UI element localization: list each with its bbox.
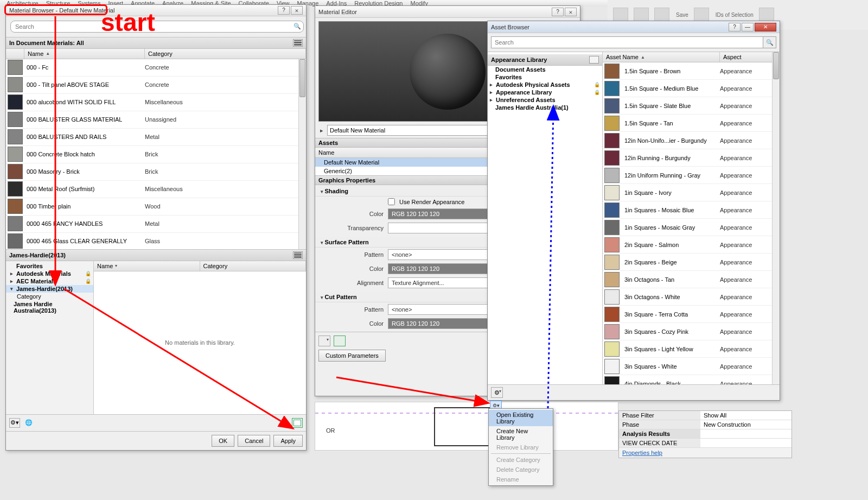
properties-help-link[interactable]: Properties help <box>619 448 792 458</box>
save-label[interactable]: Save <box>676 12 688 18</box>
help-button[interactable]: ? <box>729 23 741 31</box>
close-button[interactable]: ⨉ <box>565 8 577 16</box>
tree-favorites[interactable]: Favorites <box>6 262 93 270</box>
tree-james-hardie-australia[interactable]: James Hardie Australia(2013) <box>6 300 93 314</box>
asset-aspect: Appearance <box>720 328 780 335</box>
asset-row[interactable]: 3in Squares - Light YellowAppearance <box>603 340 780 358</box>
tree-favorites[interactable]: Favorites <box>488 73 602 81</box>
material-row[interactable]: 000 Metal Roof (Surfmist)Miscellaneous <box>6 181 306 198</box>
tree-james-hardie-australia[interactable]: James Hardie Australia(1) <box>488 104 602 111</box>
scrollbar[interactable] <box>772 52 780 384</box>
search-icon[interactable]: 🔍 <box>763 36 776 48</box>
apply-button[interactable]: Apply <box>273 435 303 447</box>
asset-row[interactable]: 1in Square - IvoryAppearance <box>603 184 780 201</box>
close-button[interactable]: ⨉ <box>291 6 303 15</box>
material-row[interactable]: 000 Timber plainWood <box>6 198 306 216</box>
scroll-thumb[interactable] <box>773 52 779 79</box>
asset-name: 1in Squares - Mosaic Gray <box>621 224 720 231</box>
material-browser-titlebar[interactable]: Material Browser - Default New Material … <box>6 5 306 16</box>
tree-appearance-library[interactable]: ▸Appearance Library🔒 <box>488 88 602 96</box>
asset-row[interactable]: 1.5in Square - BrownAppearance <box>603 62 780 80</box>
material-row[interactable]: 000 Concrete Block hatchBrick <box>6 146 306 163</box>
close-button[interactable]: ✕ <box>755 23 776 31</box>
menu-create-new-library[interactable]: Create New Library <box>489 426 553 442</box>
minimize-button[interactable]: — <box>742 23 754 31</box>
asset-swatch <box>604 376 620 385</box>
library-tree[interactable]: Favorites ▸Autodesk Materials🔒 ▸AEC Mate… <box>6 261 94 414</box>
aspect-column[interactable]: Aspect <box>720 52 780 62</box>
asset-row[interactable]: 3in Squares - WhiteAppearance <box>603 358 780 375</box>
material-row[interactable]: 000 alucobond WITH SOLID FILLMiscellaneo… <box>6 94 306 111</box>
name-column[interactable]: Name▲ <box>24 49 145 59</box>
material-name: 000 Metal Roof (Surfmist) <box>24 186 145 192</box>
asset-name-column[interactable]: Asset Name▲ <box>603 52 720 62</box>
material-editor-titlebar[interactable]: Material Editor ? ⨉ <box>315 6 580 18</box>
help-button[interactable]: ? <box>552 8 564 16</box>
scrollbar[interactable] <box>298 59 306 249</box>
material-row[interactable]: 000 - Tilt panel ABOVE STAGEConcrete <box>6 77 306 94</box>
asset-row[interactable]: 1.5in Square - Slate BlueAppearance <box>603 97 780 115</box>
asset-row[interactable]: 12in Running - BurgundyAppearance <box>603 149 780 167</box>
view-mode-button[interactable] <box>293 39 303 47</box>
asset-row[interactable]: 3in Square - Terra CottaAppearance <box>603 306 780 323</box>
asset-row[interactable]: 1.5in Square - Medium BlueAppearance <box>603 80 780 97</box>
material-row[interactable]: 000 - FcConcrete <box>6 59 306 77</box>
help-button[interactable]: ? <box>278 6 290 15</box>
asset-row[interactable]: 1in Squares - Mosaic GrayAppearance <box>603 219 780 236</box>
view-mode-button[interactable] <box>293 251 303 259</box>
asset-row[interactable]: 1.5in Square - TanAppearance <box>603 115 780 132</box>
tree-unreferenced[interactable]: ▸Unreferenced Assets <box>488 96 602 104</box>
gear-icon[interactable]: ⚙▾ <box>9 418 20 428</box>
material-swatch <box>8 216 23 231</box>
material-row[interactable]: 000 BALUSTER GLASS MATERIALUnassigned <box>6 111 306 129</box>
search-icon[interactable]: 🔍 <box>293 21 302 33</box>
category-column[interactable]: Category <box>145 49 306 59</box>
asset-row[interactable]: 12in Uniform Running - GrayAppearance <box>603 167 780 184</box>
scroll-thumb[interactable] <box>299 59 305 97</box>
asset-row[interactable]: 12in Non-Unifo...ier - BurgundyAppearanc… <box>603 132 780 149</box>
use-render-appearance-checkbox[interactable] <box>388 198 395 205</box>
asset-library-tree[interactable]: Appearance Library Document Assets Favor… <box>488 52 603 384</box>
ok-button[interactable]: OK <box>212 435 234 447</box>
asset-row[interactable]: 3in Octagons - WhiteAppearance <box>603 288 780 306</box>
tree-aec-materials[interactable]: ▸AEC Materials🔒 <box>6 277 93 285</box>
asset-name: 1.5in Square - Slate Blue <box>621 103 720 109</box>
ids-label[interactable]: IDs of Selection <box>716 12 754 18</box>
asset-row[interactable]: 4in Diamonds - BlackAppearance <box>603 375 780 384</box>
tree-category[interactable]: Category <box>6 293 93 300</box>
in-document-header: In Document Materials: All <box>6 37 306 49</box>
cancel-button[interactable]: Cancel <box>238 435 270 447</box>
asset-row[interactable]: 2in Square - SalmonAppearance <box>603 236 780 254</box>
tree-document-assets[interactable]: Document Assets <box>488 66 602 73</box>
menu-open-existing-library[interactable]: Open Existing Library <box>489 410 553 426</box>
lib-name-column[interactable]: Name▾ <box>94 261 200 271</box>
open-library-icon[interactable] <box>292 418 303 428</box>
open-asset-browser-icon[interactable] <box>334 336 346 346</box>
custom-parameters-button[interactable]: Custom Parameters <box>318 350 386 362</box>
tree-james-hardie[interactable]: ▾James-Hardie(2013) <box>6 285 93 293</box>
search-input[interactable] <box>10 21 304 33</box>
tree-autodesk-materials[interactable]: ▸Autodesk Materials🔒 <box>6 270 93 277</box>
search-input[interactable] <box>491 36 763 48</box>
view-mode-button[interactable] <box>589 56 599 64</box>
asset-row[interactable]: 3in Squares - Cozy PinkAppearance <box>603 323 780 340</box>
asset-row[interactable]: 2in Squares - BeigeAppearance <box>603 254 780 271</box>
material-row[interactable]: 0000 465 FANCY HANDLESMetal <box>6 216 306 233</box>
lib-category-column[interactable]: Category <box>200 261 307 271</box>
material-list[interactable]: 000 - FcConcrete000 - Tilt panel ABOVE S… <box>6 59 306 249</box>
expand-icon[interactable]: ▸ <box>318 127 325 134</box>
asset-browser-titlebar[interactable]: Asset Browser ? — ✕ <box>488 21 780 33</box>
material-row[interactable]: 000 Masonry - BrickBrick <box>6 163 306 181</box>
material-row[interactable]: 0000 465 Glass CLEAR GENERALLYGlass <box>6 233 306 249</box>
library-gear-icon[interactable]: ⚙ <box>491 387 503 398</box>
asset-name: 3in Squares - White <box>621 363 720 370</box>
swatch-column[interactable] <box>6 49 24 59</box>
tree-autodesk-physical[interactable]: ▸Autodesk Physical Assets🔒 <box>488 81 602 88</box>
globe-icon[interactable]: 🌐 <box>23 418 34 428</box>
asset-row[interactable]: 3in Octagons - TanAppearance <box>603 271 780 288</box>
material-row[interactable]: 000 BALUSTERS AND RAILSMetal <box>6 129 306 146</box>
new-material-icon[interactable] <box>318 336 330 346</box>
drawing-canvas[interactable]: OR <box>315 402 618 451</box>
asset-row[interactable]: 1in Squares - Mosaic BlueAppearance <box>603 201 780 219</box>
material-columns: Name▲ Category <box>6 49 306 59</box>
